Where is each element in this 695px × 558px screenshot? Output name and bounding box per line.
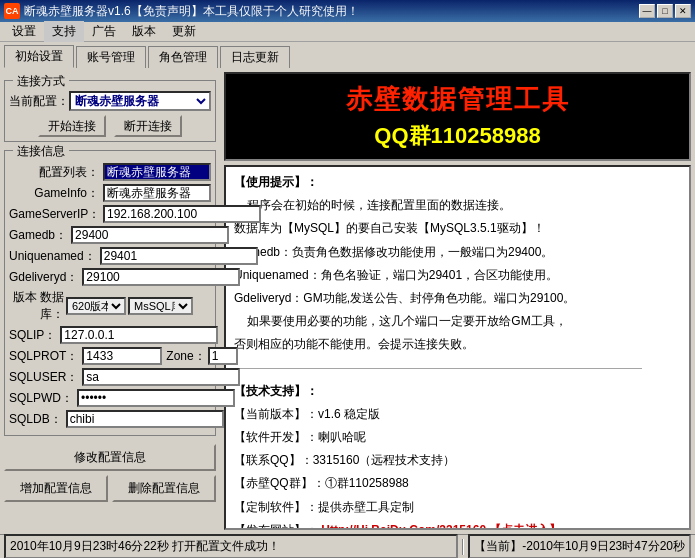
uniquenamed-label: Uniquenamed：: [9, 248, 96, 265]
sqluser-row: SQLUSER：: [9, 368, 211, 386]
gameinfo-label: GameInfo：: [9, 185, 99, 202]
connect-button[interactable]: 开始连接: [38, 115, 106, 137]
disconnect-button[interactable]: 断开连接: [114, 115, 182, 137]
gdeliveryd-input[interactable]: [82, 268, 240, 286]
sqldb-input[interactable]: [66, 410, 224, 428]
conn-info-group: 连接信息 配置列表： 断魂赤壁服务器 GameInfo： 断魂赤壁服务器 Gam…: [4, 150, 216, 436]
sqluser-label: SQLUSER：: [9, 369, 78, 386]
sqlpwd-input[interactable]: [77, 389, 235, 407]
title-text: CA 断魂赤壁服务器v1.6【免责声明】本工具仅限于个人研究使用！: [4, 3, 359, 20]
sqldb-row: SQLDB：: [9, 410, 211, 428]
info-box: 【使用提示】： 程序会在初始的时候，连接配置里面的数据连接。 数据库为【MySQ…: [224, 165, 691, 530]
uniquenamed-row: Uniquenamed：: [9, 247, 211, 265]
custom-line: 【定制软件】：提供赤壁工具定制: [234, 498, 681, 517]
zone-input[interactable]: [208, 347, 238, 365]
tab-initial-setup[interactable]: 初始设置: [4, 45, 74, 68]
current-config-label: 当前配置：: [9, 93, 69, 110]
modify-config-button[interactable]: 修改配置信息: [4, 444, 216, 471]
status-divider: [462, 539, 464, 555]
sqlip-label: SQLIP：: [9, 327, 56, 344]
menu-update[interactable]: 更新: [164, 21, 204, 42]
divider: ——————————————————————————————————: [234, 359, 681, 378]
gamedb-row: Gamedb：: [9, 226, 211, 244]
sqlprot-input[interactable]: [82, 347, 162, 365]
sqlip-input[interactable]: [60, 326, 218, 344]
menu-settings[interactable]: 设置: [4, 21, 44, 42]
add-config-button[interactable]: 增加配置信息: [4, 475, 108, 502]
status-left: 2010年10月9日23时46分22秒 打开配置文件成功！: [4, 534, 458, 558]
tips-title: 【使用提示】：: [234, 175, 318, 189]
tech-title: 【技术支持】：: [234, 384, 318, 398]
db-type-select[interactable]: MsSQL库: [128, 297, 193, 315]
main-content: 连接方式 当前配置： 断魂赤壁服务器 开始连接 断开连接 连接信息 配置列表： …: [0, 68, 695, 534]
website-click-link[interactable]: 【点击进入】: [489, 523, 561, 530]
menu-version[interactable]: 版本: [124, 21, 164, 42]
connection-type-group: 连接方式 当前配置： 断魂赤壁服务器 开始连接 断开连接: [4, 80, 216, 142]
app-icon: CA: [4, 3, 20, 19]
gameserverip-row: GameServerIP：: [9, 205, 211, 223]
tab-bar: 初始设置 账号管理 角色管理 日志更新: [0, 42, 695, 68]
left-panel: 连接方式 当前配置： 断魂赤壁服务器 开始连接 断开连接 连接信息 配置列表： …: [0, 68, 220, 534]
sqlpwd-row: SQLPWD：: [9, 389, 211, 407]
title-buttons: — □ ✕: [639, 4, 691, 18]
tip1: 程序会在初始的时候，连接配置里面的数据连接。: [234, 196, 681, 215]
conn-info-label: 连接信息: [13, 143, 69, 160]
gdeliveryd-label: Gdeliveryd：: [9, 269, 78, 286]
version-line: 【当前版本】：v1.6 稳定版: [234, 405, 681, 424]
right-panel: 赤壁数据管理工具 QQ群110258988 【使用提示】： 程序会在初始的时候，…: [220, 68, 695, 534]
tip7: 否则相应的功能不能使用。会提示连接失败。: [234, 335, 681, 354]
connect-buttons: 开始连接 断开连接: [9, 115, 211, 137]
gdeliveryd-row: Gdeliveryd：: [9, 268, 211, 286]
banner-title: 赤壁数据管理工具: [230, 82, 685, 117]
gameserverip-input[interactable]: [103, 205, 261, 223]
tab-role-mgmt[interactable]: 角色管理: [148, 46, 218, 68]
current-config-row: 当前配置： 断魂赤壁服务器: [9, 91, 211, 111]
sqlip-row: SQLIP：: [9, 326, 211, 344]
banner-qq: QQ群110258988: [230, 121, 685, 151]
website-line: 【发布网站】： Http://Hi.BaiDu.Com/3315160 【点击进…: [234, 521, 681, 530]
gamedb-label: Gamedb：: [9, 227, 67, 244]
gameserverip-label: GameServerIP：: [9, 206, 99, 223]
config-list-row: 配置列表： 断魂赤壁服务器: [9, 163, 211, 181]
tip6: 如果要使用必要的功能，这几个端口一定要开放给GM工具，: [234, 312, 681, 331]
action-buttons: 修改配置信息 增加配置信息 删除配置信息: [4, 444, 216, 502]
menu-support[interactable]: 支持: [44, 21, 84, 42]
menu-ads[interactable]: 广告: [84, 21, 124, 42]
sqluser-input[interactable]: [82, 368, 240, 386]
delete-config-button[interactable]: 删除配置信息: [112, 475, 216, 502]
sqlprot-label: SQLPROT：: [9, 348, 78, 365]
minimize-button[interactable]: —: [639, 4, 655, 18]
status-right: 【当前】-2010年10月9日23时47分20秒: [468, 534, 691, 558]
tip3: Gamedb：负责角色数据修改功能使用，一般端口为29400。: [234, 243, 681, 262]
close-button[interactable]: ✕: [675, 4, 691, 18]
menu-bar: 设置 支持 广告 版本 更新: [0, 22, 695, 42]
title-bar: CA 断魂赤壁服务器v1.6【免责声明】本工具仅限于个人研究使用！ — □ ✕: [0, 0, 695, 22]
developer-line: 【软件开发】：喇叭哈呢: [234, 428, 681, 447]
website-url: Http://Hi.BaiDu.Com/3315160: [321, 523, 486, 530]
sqlprot-zone-row: SQLPROT： Zone：: [9, 347, 211, 365]
cbqq-line: 【赤壁QQ群】：①群110258988: [234, 474, 681, 493]
sqlpwd-label: SQLPWD：: [9, 390, 73, 407]
tip2: 数据库为【MySQL】的要自己安装【MySQL3.5.1驱动】！: [234, 219, 681, 238]
maximize-button[interactable]: □: [657, 4, 673, 18]
gameinfo-row: GameInfo： 断魂赤壁服务器: [9, 184, 211, 202]
qq-line: 【联系QQ】：3315160（远程技术支持）: [234, 451, 681, 470]
uniquenamed-input[interactable]: [100, 247, 258, 265]
config-list-value: 断魂赤壁服务器: [103, 163, 211, 181]
add-delete-row: 增加配置信息 删除配置信息: [4, 475, 216, 502]
banner: 赤壁数据管理工具 QQ群110258988: [224, 72, 691, 161]
sqldb-label: SQLDB：: [9, 411, 62, 428]
tab-log-update[interactable]: 日志更新: [220, 46, 290, 68]
tab-account-mgmt[interactable]: 账号管理: [76, 46, 146, 68]
gamedb-input[interactable]: [71, 226, 229, 244]
tip4: Uniquenamed：角色名验证，端口为29401，合区功能使用。: [234, 266, 681, 285]
version-label: 版本 数据库：: [9, 289, 64, 323]
tip5: Gdeliveryd：GM功能,发送公告、封停角色功能。端口为29100。: [234, 289, 681, 308]
status-bar: 2010年10月9日23时46分22秒 打开配置文件成功！ 【当前】-2010年…: [0, 534, 695, 558]
version-row: 版本 数据库： 620版本 MsSQL库: [9, 289, 211, 323]
zone-label: Zone：: [166, 348, 205, 365]
connection-type-label: 连接方式: [13, 73, 69, 90]
current-config-select[interactable]: 断魂赤壁服务器: [69, 91, 211, 111]
config-list-label: 配置列表：: [9, 164, 99, 181]
version-select[interactable]: 620版本: [66, 297, 126, 315]
